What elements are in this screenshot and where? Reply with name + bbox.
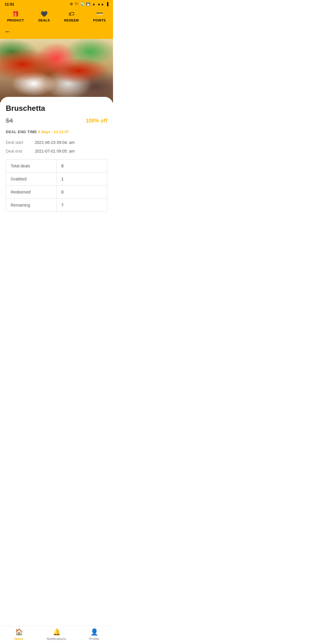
status-time: 11:51 (5, 2, 14, 6)
total-deals-label: Total deals (6, 160, 57, 172)
battery-icon: ▐ (106, 2, 108, 6)
product-label: PRODUCT (7, 19, 24, 22)
storage-icon: 💾 (86, 2, 90, 6)
wifi-icon: ▲ (92, 2, 96, 6)
discount-badge: 100% off (86, 118, 107, 124)
product-icon: 🎁 (12, 10, 19, 17)
deal-dates: Deal start 2021-06-23 09:04: am Deal end… (6, 140, 107, 153)
stats-row-redeemed: Redeemed 0 (6, 186, 107, 199)
back-bar: ← (0, 25, 113, 39)
shield-icon: 🛡 (75, 2, 78, 6)
redeemed-value: 0 (57, 186, 107, 198)
deal-start-label: Deal start (6, 140, 35, 145)
food-image-inner (0, 39, 113, 103)
price-row: $4 100% off (6, 117, 107, 124)
deal-end-date-value: 2021-07-01 09:05: am (35, 149, 75, 153)
product-title: Bruschetta (6, 104, 107, 113)
top-nav: 🎁 PRODUCT 🖤 DEALS 🏷 REDEEM 💳 POINTS (0, 8, 113, 25)
redeemed-label: Redeemed (6, 186, 57, 198)
remaining-value: 7 (57, 199, 107, 211)
remaining-label: Remaining (6, 199, 57, 211)
nav-tab-product[interactable]: 🎁 PRODUCT (7, 10, 24, 22)
deal-start-value: 2021-06-23 09:04: am (35, 140, 75, 145)
stats-row-grabbed: Grabbed 1 (6, 173, 107, 186)
signal-icon: 📡 (80, 2, 84, 6)
redeem-icon: 🏷 (69, 11, 74, 17)
status-bar: 11:51 ⚙ 🛡 📡 💾 ▲ ▲▲ ▐ (0, 0, 113, 8)
deal-end-date-row: Deal end 2021-07-01 09:05: am (6, 149, 107, 153)
food-image (0, 39, 113, 103)
deal-end-row: DEAL END TIME 6 Days - 21:11:57 (6, 129, 107, 134)
deals-label: DEALS (38, 19, 50, 22)
grabbed-value: 1 (57, 173, 107, 185)
deals-icon: 🖤 (41, 10, 48, 17)
deal-end-time: 6 Days - 21:11:57 (38, 130, 69, 134)
settings-icon: ⚙ (70, 2, 73, 6)
points-icon: 💳 (96, 10, 103, 17)
price-original: $4 (6, 117, 13, 124)
back-button[interactable]: ← (5, 28, 11, 35)
redeem-label: REDEEM (64, 19, 79, 22)
stats-row-total: Total deals 8 (6, 160, 107, 173)
status-icons: ⚙ 🛡 📡 💾 ▲ ▲▲ ▐ (70, 2, 108, 6)
nav-tab-points[interactable]: 💳 POINTS (93, 10, 106, 22)
grabbed-label: Grabbed (6, 173, 57, 185)
deal-end-date-label: Deal end (6, 149, 35, 153)
content-card: Bruschetta $4 100% off DEAL END TIME 6 D… (0, 97, 113, 218)
deal-start-row: Deal start 2021-06-23 09:04: am (6, 140, 107, 145)
nav-tab-deals[interactable]: 🖤 DEALS (38, 10, 50, 22)
deal-end-label: DEAL END TIME (6, 130, 37, 134)
stats-row-remaining: Remaining 7 (6, 199, 107, 211)
signal-bars-icon: ▲▲ (97, 2, 104, 6)
points-label: POINTS (93, 19, 106, 22)
total-deals-value: 8 (57, 160, 107, 172)
stats-table: Total deals 8 Grabbed 1 Redeemed 0 Remai… (6, 159, 107, 212)
nav-tab-redeem[interactable]: 🏷 REDEEM (64, 11, 79, 22)
